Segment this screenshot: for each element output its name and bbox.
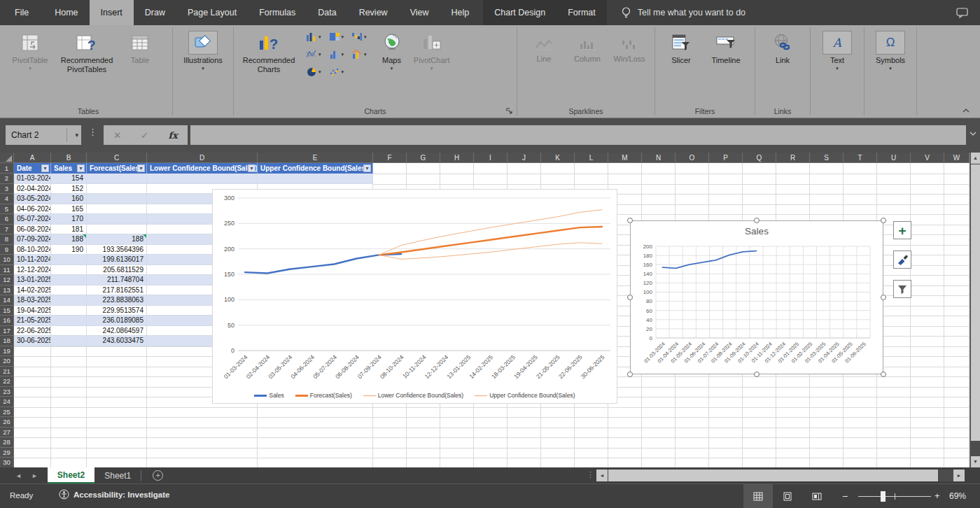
column-header-N[interactable]: N bbox=[642, 153, 676, 163]
table-cell[interactable] bbox=[87, 184, 147, 195]
table-cell[interactable] bbox=[51, 255, 87, 265]
table-cell[interactable]: 181 bbox=[51, 225, 87, 235]
column-header-I[interactable]: I bbox=[474, 153, 507, 163]
row-header-8[interactable]: 8 bbox=[0, 234, 14, 245]
row-header-29[interactable]: 29 bbox=[0, 448, 14, 458]
tell-me-box[interactable]: Tell me what you want to do bbox=[621, 0, 746, 25]
row-header-13[interactable]: 13 bbox=[0, 285, 14, 296]
sheet-tab-sheet1[interactable]: Sheet1 bbox=[94, 467, 141, 484]
table-cell[interactable] bbox=[51, 285, 87, 296]
row-header-26[interactable]: 26 bbox=[0, 417, 14, 428]
selection-handle[interactable] bbox=[881, 372, 886, 377]
sales-chart[interactable]: Sales 02040608010012014016018020001-03-2… bbox=[630, 220, 883, 374]
table-cell[interactable]: 242.0864597 bbox=[87, 326, 147, 337]
tab-scrollbar-splitter[interactable]: ⋮ bbox=[587, 470, 594, 479]
charts-dialog-launcher[interactable] bbox=[506, 108, 513, 115]
insert-hierarchy-chart-button[interactable]: ▾ bbox=[330, 31, 344, 43]
table-cell[interactable]: 188 bbox=[51, 234, 87, 245]
sheet-nav-left-icon[interactable]: ◄ bbox=[15, 472, 22, 479]
selection-handle[interactable] bbox=[754, 218, 760, 223]
page-layout-view-button[interactable] bbox=[773, 484, 802, 508]
column-header-E[interactable]: E bbox=[258, 153, 373, 163]
table-cell[interactable]: 193.3564396 bbox=[87, 245, 147, 255]
row-header-7[interactable]: 7 bbox=[0, 225, 14, 235]
table-cell[interactable]: 30-06-2025 bbox=[14, 336, 51, 346]
table-cell[interactable]: 14-02-2025 bbox=[14, 285, 51, 296]
selection-handle[interactable] bbox=[627, 218, 633, 223]
insert-waterfall-chart-button[interactable]: ▾ bbox=[352, 31, 367, 43]
table-cell[interactable]: 160 bbox=[51, 194, 87, 204]
column-header-U[interactable]: U bbox=[877, 153, 911, 163]
scroll-down-button[interactable]: ▼ bbox=[971, 456, 980, 467]
tab-data[interactable]: Data bbox=[307, 0, 347, 25]
column-header-F[interactable]: F bbox=[373, 153, 407, 163]
table-cell[interactable]: 154 bbox=[51, 174, 87, 184]
table-cell[interactable] bbox=[51, 336, 87, 346]
column-header-P[interactable]: P bbox=[709, 153, 743, 163]
table-cell[interactable]: 01-03-2024 bbox=[14, 174, 51, 184]
table-cell[interactable]: 243.6033475 bbox=[87, 336, 147, 346]
select-all-button[interactable] bbox=[0, 153, 14, 163]
collapse-ribbon-button[interactable] bbox=[962, 108, 970, 113]
accessibility-status[interactable]: Accessibility: Investigate bbox=[59, 489, 169, 500]
table-cell[interactable]: 12-12-2024 bbox=[14, 265, 51, 276]
table-cell[interactable]: 07-09-2024 bbox=[14, 234, 51, 245]
sheet-nav-right-icon[interactable]: ► bbox=[31, 472, 38, 479]
column-header-M[interactable]: M bbox=[608, 153, 642, 163]
insert-combo-chart-button[interactable]: ▾ bbox=[352, 48, 367, 60]
row-header-28[interactable]: 28 bbox=[0, 437, 14, 448]
zoom-in-button[interactable]: + bbox=[934, 491, 940, 501]
illustrations-button[interactable]: Illustrations ▾ bbox=[176, 29, 230, 72]
filter-button[interactable]: ▼ bbox=[137, 164, 145, 172]
table-cell[interactable]: 03-05-2024 bbox=[14, 194, 51, 204]
row-header-3[interactable]: 3 bbox=[0, 184, 14, 195]
column-header-G[interactable]: G bbox=[407, 153, 440, 163]
column-header-W[interactable]: W bbox=[944, 153, 969, 163]
filter-button[interactable]: ▼ bbox=[248, 164, 255, 172]
vertical-scroll-thumb[interactable] bbox=[971, 164, 980, 441]
chart-filters-button[interactable] bbox=[893, 280, 911, 298]
cancel-button[interactable]: ✕ bbox=[113, 130, 121, 141]
table-cell[interactable] bbox=[87, 225, 147, 235]
row-header-22[interactable]: 22 bbox=[0, 376, 14, 387]
maps-button[interactable]: Maps ▾ bbox=[375, 29, 409, 72]
tab-file[interactable]: File bbox=[0, 0, 43, 25]
row-header-20[interactable]: 20 bbox=[0, 356, 14, 367]
table-cell[interactable] bbox=[51, 265, 87, 276]
table-cell[interactable]: 02-04-2024 bbox=[14, 184, 51, 195]
column-header-V[interactable]: V bbox=[911, 153, 944, 163]
tab-help[interactable]: Help bbox=[440, 0, 481, 25]
comment-icon[interactable] bbox=[956, 8, 969, 18]
row-header-27[interactable]: 27 bbox=[0, 428, 14, 438]
tab-formulas[interactable]: Formulas bbox=[248, 0, 307, 25]
column-header-Q[interactable]: Q bbox=[743, 153, 776, 163]
table-cell[interactable]: 211.748704 bbox=[87, 275, 147, 285]
forecast-chart[interactable]: 05010015020025030001-03-202402-04-202403… bbox=[212, 189, 617, 404]
table-header-3[interactable]: Forecast(Sales)▼ bbox=[87, 163, 147, 174]
table-cell[interactable]: 08-10-2024 bbox=[14, 245, 51, 255]
row-header-25[interactable]: 25 bbox=[0, 407, 14, 418]
tab-page-layout[interactable]: Page Layout bbox=[176, 0, 248, 25]
table-cell[interactable] bbox=[51, 326, 87, 337]
selection-handle[interactable] bbox=[627, 295, 633, 300]
table-cell[interactable] bbox=[87, 194, 147, 204]
table-header-2[interactable]: Sales▼ bbox=[51, 163, 87, 174]
insert-scatter-chart-button[interactable]: ▾ bbox=[330, 66, 344, 78]
insert-pie-chart-button[interactable]: ▾ bbox=[307, 66, 321, 78]
name-box[interactable]: Chart 2 ▾ bbox=[6, 125, 81, 145]
column-header-S[interactable]: S bbox=[810, 153, 844, 163]
chart-title[interactable]: Sales bbox=[631, 226, 883, 237]
column-header-A[interactable]: A bbox=[14, 153, 51, 163]
column-header-D[interactable]: D bbox=[147, 153, 258, 163]
row-header-10[interactable]: 10 bbox=[0, 255, 14, 265]
tab-draw[interactable]: Draw bbox=[134, 0, 176, 25]
tab-format[interactable]: Format bbox=[556, 0, 607, 25]
insert-column-chart-button[interactable]: ▾ bbox=[307, 31, 321, 43]
insert-function-button[interactable]: fx bbox=[169, 130, 178, 141]
table-cell[interactable] bbox=[258, 174, 373, 184]
chart-styles-button[interactable] bbox=[893, 251, 911, 269]
recommended-pivottables-button[interactable]: ? Recommended PivotTables bbox=[53, 29, 120, 75]
table-cell[interactable] bbox=[87, 214, 147, 225]
selection-handle[interactable] bbox=[881, 295, 886, 300]
column-header-R[interactable]: R bbox=[776, 153, 810, 163]
